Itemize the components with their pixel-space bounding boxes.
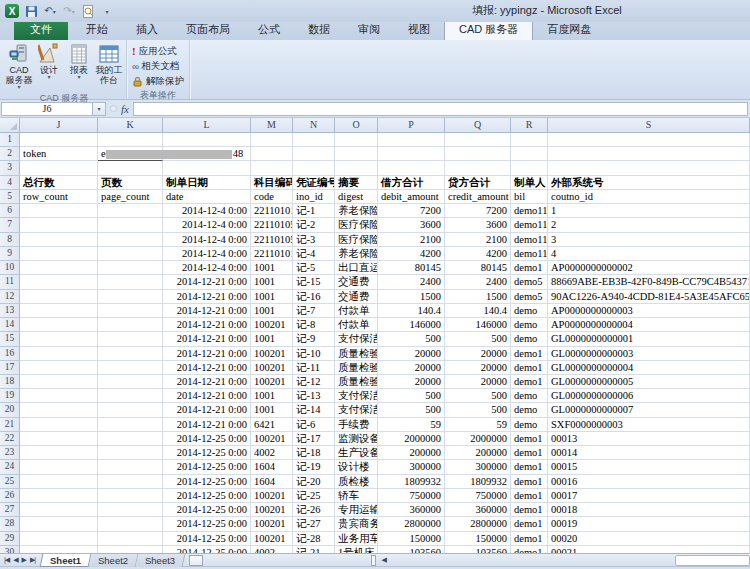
cell-R22[interactable]: demo1 bbox=[511, 432, 548, 446]
cell-K10[interactable] bbox=[98, 261, 163, 275]
ribbon-tab-5[interactable]: 数据 bbox=[294, 20, 344, 40]
cell-O14[interactable]: 付款单 bbox=[335, 318, 378, 332]
cell-Q22[interactable]: 2000000 bbox=[445, 432, 511, 446]
save-icon[interactable] bbox=[23, 4, 39, 19]
cell-M18[interactable]: 100201 bbox=[251, 375, 293, 389]
cell-K18[interactable] bbox=[98, 375, 163, 389]
cell-K13[interactable] bbox=[98, 304, 163, 318]
cell-K16[interactable] bbox=[98, 347, 163, 361]
cell-S27[interactable]: 00018 bbox=[548, 503, 750, 517]
cell-M7[interactable]: 22110105 bbox=[251, 218, 293, 232]
cell-M17[interactable]: 100201 bbox=[251, 361, 293, 375]
cell-S3[interactable] bbox=[548, 161, 750, 175]
cell-Q24[interactable]: 300000 bbox=[445, 460, 511, 474]
cell-P5[interactable]: debit_amount bbox=[378, 190, 445, 204]
cell-L21[interactable]: 2014-12-21 0:00 bbox=[163, 418, 251, 432]
cell-L11[interactable]: 2014-12-21 0:00 bbox=[163, 275, 251, 289]
cell-J23[interactable] bbox=[20, 446, 98, 460]
cell-M4[interactable]: 科目编码 bbox=[251, 176, 293, 190]
cell-R13[interactable]: demo bbox=[511, 304, 548, 318]
select-all-corner[interactable] bbox=[0, 118, 20, 132]
cell-M9[interactable]: 22110101 bbox=[251, 247, 293, 261]
row-header-14[interactable]: 14 bbox=[0, 318, 20, 332]
cell-O28[interactable]: 贵宾商务车 bbox=[335, 517, 378, 531]
cell-R6[interactable]: demo11 bbox=[511, 204, 548, 218]
cell-N15[interactable]: 记-9 bbox=[293, 332, 335, 346]
row-header-18[interactable]: 18 bbox=[0, 375, 20, 389]
cell-S25[interactable]: 00016 bbox=[548, 475, 750, 489]
cell-N11[interactable]: 记-15 bbox=[293, 275, 335, 289]
cell-M13[interactable]: 1001 bbox=[251, 304, 293, 318]
cell-K25[interactable] bbox=[98, 475, 163, 489]
cell-Q30[interactable]: 103560 bbox=[445, 546, 511, 553]
cell-J28[interactable] bbox=[20, 517, 98, 531]
cell-S8[interactable]: 3 bbox=[548, 233, 750, 247]
cell-P19[interactable]: 500 bbox=[378, 389, 445, 403]
cell-Q23[interactable]: 200000 bbox=[445, 446, 511, 460]
cell-M1[interactable] bbox=[251, 133, 293, 147]
cell-P7[interactable]: 3600 bbox=[378, 218, 445, 232]
ribbon-tab-8[interactable]: CAD 服务器 bbox=[444, 19, 533, 40]
cell-P1[interactable] bbox=[378, 133, 445, 147]
cell-J9[interactable] bbox=[20, 247, 98, 261]
name-box[interactable]: J6 bbox=[1, 102, 93, 116]
cell-Q11[interactable]: 2400 bbox=[445, 275, 511, 289]
cell-S5[interactable]: coutno_id bbox=[548, 190, 750, 204]
cell-R29[interactable]: demo1 bbox=[511, 532, 548, 546]
cell-L1[interactable] bbox=[163, 133, 251, 147]
ribbon-tab-3[interactable]: 页面布局 bbox=[172, 20, 244, 40]
cell-N23[interactable]: 记-18 bbox=[293, 446, 335, 460]
cell-N6[interactable]: 记-1 bbox=[293, 204, 335, 218]
cell-O21[interactable]: 手续费 bbox=[335, 418, 378, 432]
cell-O9[interactable]: 养老保险 bbox=[335, 247, 378, 261]
cell-L14[interactable]: 2014-12-21 0:00 bbox=[163, 318, 251, 332]
first-sheet-icon[interactable]: |◀ bbox=[4, 556, 9, 564]
cell-M12[interactable]: 1001 bbox=[251, 290, 293, 304]
cell-P11[interactable]: 2400 bbox=[378, 275, 445, 289]
cell-K15[interactable] bbox=[98, 332, 163, 346]
cell-N10[interactable]: 记-5 bbox=[293, 261, 335, 275]
ribbon-tab-4[interactable]: 公式 bbox=[244, 20, 294, 40]
cell-N20[interactable]: 记-14 bbox=[293, 403, 335, 417]
cell-O16[interactable]: 质量检验费 bbox=[335, 347, 378, 361]
column-header-O[interactable]: O bbox=[335, 118, 378, 132]
cell-O4[interactable]: 摘要 bbox=[335, 176, 378, 190]
row-header-30[interactable]: 30 bbox=[0, 546, 20, 553]
cell-S14[interactable]: AP0000000000004 bbox=[548, 318, 750, 332]
cell-J29[interactable] bbox=[20, 532, 98, 546]
ribbon-tab-2[interactable]: 插入 bbox=[122, 20, 172, 40]
cell-Q7[interactable]: 3600 bbox=[445, 218, 511, 232]
cell-S9[interactable]: 4 bbox=[548, 247, 750, 261]
cell-J18[interactable] bbox=[20, 375, 98, 389]
cell-P16[interactable]: 20000 bbox=[378, 347, 445, 361]
cell-J8[interactable] bbox=[20, 233, 98, 247]
cell-K8[interactable] bbox=[98, 233, 163, 247]
cell-Q8[interactable]: 2100 bbox=[445, 233, 511, 247]
report-button[interactable]: 报表 ▾ bbox=[64, 42, 94, 91]
cell-M2[interactable] bbox=[251, 147, 293, 161]
cell-N1[interactable] bbox=[293, 133, 335, 147]
cell-O26[interactable]: 轿车 bbox=[335, 489, 378, 503]
row-header-27[interactable]: 27 bbox=[0, 503, 20, 517]
cell-L28[interactable]: 2014-12-25 0:00 bbox=[163, 517, 251, 531]
horizontal-scrollbar[interactable] bbox=[675, 555, 750, 566]
cell-O11[interactable]: 交通费 bbox=[335, 275, 378, 289]
cell-M21[interactable]: 6421 bbox=[251, 418, 293, 432]
cell-S19[interactable]: GL0000000000006 bbox=[548, 389, 750, 403]
formula-input[interactable] bbox=[133, 102, 748, 116]
cell-O19[interactable]: 支付保洁费 bbox=[335, 389, 378, 403]
cell-R26[interactable]: demo1 bbox=[511, 489, 548, 503]
cell-L30[interactable]: 2014-12-25 0:00 bbox=[163, 546, 251, 553]
ribbon-tab-9[interactable]: 百度网盘 bbox=[533, 20, 605, 40]
sheet-tab-sheet1[interactable]: Sheet1 bbox=[40, 554, 92, 567]
cell-O30[interactable]: 1号机床 bbox=[335, 546, 378, 553]
cell-N9[interactable]: 记-4 bbox=[293, 247, 335, 261]
cell-S11[interactable]: 88669ABE-EB3B-42F0-849B-CC79C4B54371 bbox=[548, 275, 750, 289]
cell-P15[interactable]: 500 bbox=[378, 332, 445, 346]
cell-S30[interactable]: 00021 bbox=[548, 546, 750, 553]
cell-S4[interactable]: 外部系统号 bbox=[548, 176, 750, 190]
cell-M23[interactable]: 4002 bbox=[251, 446, 293, 460]
row-header-7[interactable]: 7 bbox=[0, 218, 20, 232]
cell-K30[interactable] bbox=[98, 546, 163, 553]
cell-P4[interactable]: 借方合计 bbox=[378, 176, 445, 190]
